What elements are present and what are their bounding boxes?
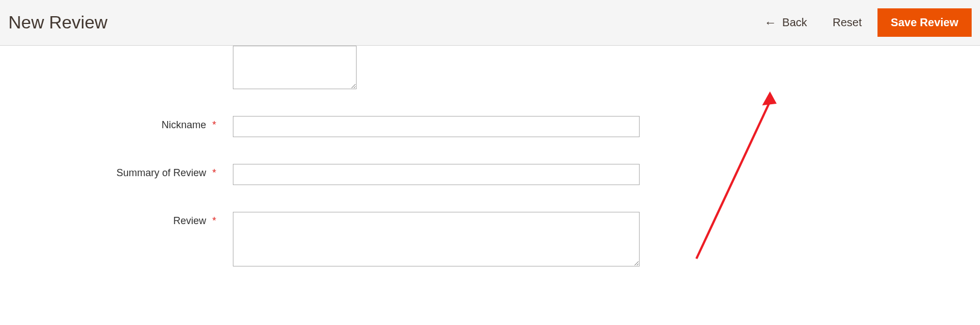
nickname-row: Nickname *	[0, 116, 980, 137]
nickname-input[interactable]	[233, 116, 640, 137]
summary-label: Summary of Review	[116, 167, 206, 178]
back-arrow-icon: ←	[764, 17, 777, 29]
required-mark-icon: *	[212, 215, 216, 226]
review-row: Review *	[0, 212, 980, 266]
top-textarea[interactable]	[233, 46, 357, 89]
svg-marker-1	[762, 91, 777, 105]
nickname-input-col	[223, 116, 640, 137]
summary-input[interactable]	[233, 164, 640, 185]
nickname-label-col: Nickname *	[0, 116, 223, 131]
review-input-col	[223, 212, 640, 266]
top-field-row	[0, 46, 980, 89]
required-mark-icon: *	[212, 119, 216, 130]
summary-label-col: Summary of Review *	[0, 164, 223, 179]
summary-row: Summary of Review *	[0, 164, 980, 185]
back-button[interactable]: ← Back	[754, 11, 817, 35]
back-button-label: Back	[782, 16, 807, 29]
reset-button[interactable]: Reset	[823, 11, 872, 35]
required-mark-icon: *	[212, 167, 216, 178]
review-label-col: Review *	[0, 212, 223, 227]
header-actions: ← Back Reset Save Review	[754, 8, 972, 37]
page-header: New Review ← Back Reset Save Review	[0, 0, 980, 46]
save-review-button[interactable]: Save Review	[877, 8, 972, 37]
page-title: New Review	[8, 12, 108, 33]
nickname-label: Nickname	[162, 119, 206, 130]
form-area: Nickname * Summary of Review * Review *	[0, 46, 980, 289]
review-textarea[interactable]	[233, 212, 640, 266]
review-label: Review	[173, 215, 206, 226]
summary-input-col	[223, 164, 640, 185]
